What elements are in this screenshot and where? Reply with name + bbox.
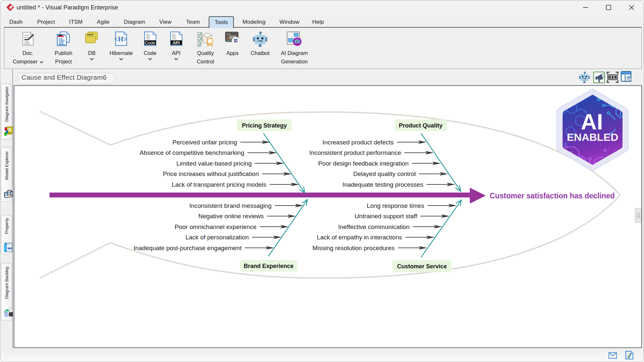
- svg-text:<H>: <H>: [114, 35, 127, 43]
- svg-text:Product Quality: Product Quality: [399, 122, 442, 129]
- svg-text:Delayed quality control: Delayed quality control: [353, 170, 416, 177]
- svg-text:Ineffective communication: Ineffective communication: [338, 223, 410, 230]
- svg-text:Poor design feedback integrati: Poor design feedback integration: [318, 160, 409, 167]
- svg-text:Missing resolution procedures: Missing resolution procedures: [313, 245, 395, 251]
- svg-text:Customer Service: Customer Service: [397, 263, 447, 270]
- svg-text:Lack of personalization: Lack of personalization: [186, 234, 249, 241]
- svg-text:Long response times: Long response times: [367, 202, 424, 209]
- svg-text:Increased product defects: Increased product defects: [322, 139, 394, 146]
- svg-text:Code: Code: [145, 40, 155, 45]
- svg-text:API: API: [173, 40, 180, 45]
- svg-text:Inconsistent brand messaging: Inconsistent brand messaging: [189, 202, 272, 209]
- svg-text:Perceived unfair pricing: Perceived unfair pricing: [172, 139, 237, 146]
- svg-text:Inadequate post-purchase engag: Inadequate post-purchase engagement: [133, 245, 242, 251]
- svg-text:<>: <>: [227, 33, 231, 36]
- svg-text:Negative online reviews: Negative online reviews: [198, 213, 264, 220]
- svg-text:Brand Experience: Brand Experience: [244, 263, 293, 269]
- svg-text:Lack of transparent pricing mo: Lack of transparent pricing models: [172, 181, 266, 188]
- svg-text:Limited value-based pricing: Limited value-based pricing: [176, 160, 252, 167]
- svg-text:Customer satisfaction has decl: Customer satisfaction has declined: [490, 191, 615, 200]
- svg-text:ENABLED: ENABLED: [567, 131, 618, 143]
- svg-text:Absence of competitive benchma: Absence of competitive benchmarking: [140, 149, 244, 156]
- svg-text:Inconsistent product performan: Inconsistent product performance: [309, 149, 401, 156]
- svg-text:»: »: [9, 245, 12, 251]
- svg-text:Pricing Strategy: Pricing Strategy: [242, 122, 287, 129]
- svg-text:Price increases without justif: Price increases without justification: [163, 170, 259, 177]
- svg-text:Lack of empathy in interaction: Lack of empathy in interactions: [317, 234, 402, 241]
- svg-text:Inadequate testing processes: Inadequate testing processes: [343, 181, 423, 188]
- svg-text:Poor omnichannel experience: Poor omnichannel experience: [175, 223, 257, 230]
- svg-text:AI: AI: [581, 109, 603, 134]
- svg-text:Untrained support staff: Untrained support staff: [355, 213, 417, 220]
